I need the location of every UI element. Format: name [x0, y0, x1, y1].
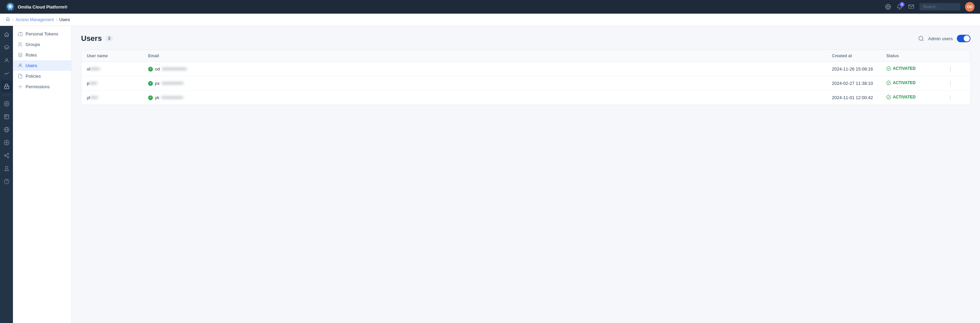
status-badge-2: ACTIVATED: [886, 80, 916, 85]
svg-line-29: [922, 40, 923, 41]
nav-item-permissions[interactable]: Permissions: [13, 81, 71, 92]
created-cell-2: 2024-02-27 11:38:10: [832, 81, 886, 86]
sidebar-icon-help[interactable]: [1, 175, 12, 187]
nav-label-policies: Policies: [25, 73, 41, 79]
nav-item-policies[interactable]: Policies: [13, 71, 71, 81]
sidebar-icon-home[interactable]: [1, 29, 12, 40]
verified-icon-2: [148, 81, 153, 86]
actions-cell-1: [948, 67, 965, 72]
col-status: Status: [886, 54, 948, 58]
page-actions: Admin users: [918, 35, 970, 42]
user-avatar[interactable]: OD: [965, 2, 975, 11]
svg-point-9: [6, 87, 7, 88]
content-area: Users 3 Admin users User name Email Crea…: [72, 26, 980, 323]
main-layout: Personal Tokens Groups Roles Users Polic…: [0, 26, 980, 323]
svg-point-27: [20, 86, 21, 88]
notification-badge: 3: [900, 2, 904, 7]
sidebar-icon-access[interactable]: [1, 80, 12, 92]
admin-users-label: Admin users: [928, 36, 953, 41]
sidebar-icon-puzzle[interactable]: [1, 111, 12, 123]
status-cell-2: ACTIVATED: [886, 80, 948, 86]
nav-label-groups: Groups: [25, 42, 40, 47]
svg-line-19: [6, 154, 8, 155]
status-cell-3: ACTIVATED: [886, 95, 948, 100]
svg-point-14: [6, 142, 7, 143]
nav-label-permissions: Permissions: [25, 84, 50, 89]
breadcrumb: › Access Management › Users: [0, 14, 980, 26]
table-row: yl••••• yk•••••••••••••• 2024-11-01 12:0…: [81, 91, 970, 105]
svg-point-31: [950, 69, 951, 70]
nav-label-personal-tokens: Personal Tokens: [25, 31, 58, 37]
sidebar-icon-share[interactable]: [1, 150, 12, 161]
svg-point-33: [950, 81, 951, 82]
sidebar-icon-chart[interactable]: [1, 67, 12, 79]
status-badge-3: ACTIVATED: [886, 95, 916, 100]
admin-users-toggle[interactable]: [957, 35, 970, 42]
svg-point-28: [919, 36, 923, 40]
message-icon[interactable]: [908, 3, 915, 10]
created-cell-3: 2024-11-01 12:00:42: [832, 95, 886, 100]
username-cell-2: p•••••: [87, 81, 148, 86]
svg-point-15: [7, 153, 8, 154]
table-row: ol•••••• od•••••••••••••••• 2024-11-26 1…: [81, 62, 970, 76]
home-breadcrumb-icon[interactable]: [5, 17, 10, 22]
svg-point-25: [19, 43, 21, 44]
col-created: Created at: [832, 54, 886, 58]
sidebar-icon-settings1[interactable]: [1, 98, 12, 109]
breadcrumb-current: Users: [59, 18, 70, 22]
actions-cell-2: [948, 81, 965, 86]
sidebar-icon-layers[interactable]: [1, 41, 12, 53]
page-title-wrap: Users 3: [81, 34, 113, 43]
col-email: Email: [148, 54, 832, 58]
created-cell-1: 2024-11-26 15:08:16: [832, 67, 886, 72]
nav-label-roles: Roles: [25, 53, 37, 57]
user-count-badge: 3: [105, 35, 113, 41]
email-cell-1: od••••••••••••••••: [148, 67, 832, 72]
nav-item-personal-tokens[interactable]: Personal Tokens: [13, 29, 71, 39]
nav-item-roles[interactable]: Roles: [13, 50, 71, 60]
nav-item-groups[interactable]: Groups: [13, 39, 71, 50]
svg-point-30: [950, 67, 951, 68]
svg-point-22: [6, 182, 7, 183]
nav-label-users: Users: [25, 63, 37, 68]
sidebar-divider-1: [2, 95, 11, 95]
more-button-3[interactable]: [948, 95, 953, 100]
sidebar-icon-contact[interactable]: [1, 54, 12, 66]
svg-point-7: [5, 58, 8, 60]
sidebar-icon-badge[interactable]: [1, 162, 12, 174]
logo-icon: [5, 2, 15, 11]
svg-point-26: [19, 64, 21, 66]
nav-item-users[interactable]: Users: [13, 60, 71, 71]
sidebar-icons: [0, 26, 13, 323]
breadcrumb-sep-1: ›: [12, 18, 14, 22]
page-header: Users 3 Admin users: [81, 34, 970, 43]
sidebar-icon-settings2[interactable]: [1, 137, 12, 148]
status-badge-1: ACTIVATED: [886, 66, 916, 71]
more-button-2[interactable]: [948, 81, 953, 86]
verified-icon-1: [148, 67, 153, 72]
svg-point-36: [950, 96, 951, 96]
sidebar-icon-globe[interactable]: [1, 124, 12, 135]
svg-marker-6: [4, 45, 9, 48]
more-button-1[interactable]: [948, 67, 953, 72]
search-button[interactable]: [918, 35, 924, 41]
svg-point-17: [7, 156, 8, 158]
topbar-search-input[interactable]: [920, 3, 960, 11]
nav-panel: Personal Tokens Groups Roles Users Polic…: [13, 26, 72, 323]
svg-point-1: [9, 5, 11, 8]
breadcrumb-access-management[interactable]: Access Management: [16, 18, 54, 22]
svg-point-35: [950, 84, 951, 85]
notification-icon[interactable]: 3: [896, 3, 903, 10]
email-cell-2: px••••••••••••••: [148, 81, 832, 86]
breadcrumb-sep-2: ›: [56, 18, 57, 22]
svg-point-32: [950, 70, 951, 71]
status-cell-1: ACTIVATED: [886, 66, 948, 72]
verified-icon-3: [148, 95, 153, 100]
username-cell-3: yl•••••: [87, 95, 148, 100]
topbar-left: Omilia Cloud Platform®: [5, 2, 67, 11]
svg-point-16: [5, 155, 6, 156]
globe-nav-icon[interactable]: [885, 3, 891, 10]
svg-point-37: [950, 97, 951, 98]
topbar: Omilia Cloud Platform® 3 OD: [0, 0, 980, 14]
col-username: User name: [87, 54, 148, 58]
